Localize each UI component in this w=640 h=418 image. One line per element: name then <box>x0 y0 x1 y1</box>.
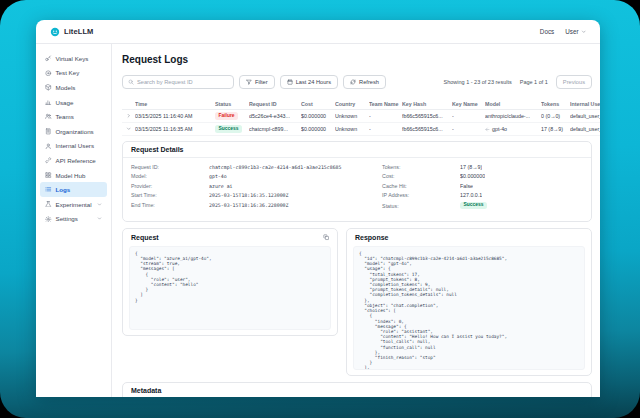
sidebar-item-label: Test Key <box>56 69 80 76</box>
status-badge: Failure <box>215 112 238 120</box>
user-menu-label: User <box>565 28 578 35</box>
refresh-button[interactable]: Refresh <box>343 75 386 89</box>
brand[interactable]: LiteLLM <box>50 27 93 37</box>
time-range-button[interactable]: Last 24 Hours <box>280 75 338 89</box>
chevron-down-icon <box>581 29 587 35</box>
sidebar-item-organizations[interactable]: Organizations <box>40 124 107 139</box>
sidebar-item-logs[interactable]: Logs <box>40 182 107 197</box>
chevron-down-icon <box>126 126 132 132</box>
request-panel: Request { "model": "azure_ai/gpt-4o", "s… <box>122 228 338 336</box>
bar-chart-icon <box>45 99 52 106</box>
chevron-right-icon <box>126 113 132 119</box>
sidebar-item-label: Organizations <box>56 128 94 135</box>
cell-team-name: - <box>369 113 402 119</box>
column-header-model: Model <box>485 101 541 107</box>
sidebar-item-settings[interactable]: Settings <box>40 212 107 227</box>
app-window: LiteLLM Docs User Virtual Keys Test Key <box>36 20 600 397</box>
expand-row-button[interactable] <box>122 113 135 119</box>
user-menu[interactable]: User <box>565 28 586 35</box>
sidebar-item-internal-users[interactable]: Internal Users <box>40 139 107 154</box>
cell-internal-user: default_user_id <box>570 126 600 132</box>
status-badge: Success <box>215 125 242 133</box>
link-icon <box>45 157 52 164</box>
field-label: Provider: <box>131 183 209 189</box>
cell-cost: $0.000000 <box>301 126 335 132</box>
request-json-box[interactable]: { "model": "azure_ai/gpt-4o", "stream": … <box>129 246 331 330</box>
sidebar-item-label: Teams <box>56 113 74 120</box>
expanded-log-detail: Request Details Request ID:chatcmpl-c899… <box>122 141 592 397</box>
column-header-status: Status <box>215 101 249 107</box>
key-icon <box>45 55 52 62</box>
request-details-title: Request Details <box>123 142 591 158</box>
sidebar-item-test-key[interactable]: Test Key <box>40 66 107 81</box>
sidebar-item-label: API Reference <box>56 157 96 164</box>
metadata-title: Metadata <box>123 383 591 397</box>
cell-time: 03/15/2025 11:16:40 AM <box>135 113 215 119</box>
column-header-key-hash: Key Hash <box>402 101 452 107</box>
detail-ip-address: 127.0.0.1 <box>460 192 482 198</box>
sidebar-item-model-hub[interactable]: Model Hub <box>40 168 107 183</box>
cell-key-name: - <box>452 113 485 119</box>
sidebar-item-api-reference[interactable]: API Reference <box>40 153 107 168</box>
filter-button[interactable]: Filter <box>239 75 275 89</box>
cell-cost: $0.000000 <box>301 113 335 119</box>
field-label: Status: <box>382 203 460 209</box>
response-json-box[interactable]: { "id": "chatcmpl-c899c1b3-ca2e-4214-a6d… <box>353 246 585 370</box>
gear-icon <box>45 216 52 223</box>
refresh-button-label: Refresh <box>359 79 379 85</box>
table-row-expanded[interactable]: 03/15/2025 11:16:35 AM Success chatcmpl-… <box>122 123 600 136</box>
field-label: Model: <box>131 173 209 179</box>
search-icon <box>128 79 134 85</box>
model-name: gpt-4o <box>492 126 507 132</box>
field-label: Cost: <box>382 173 460 179</box>
sidebar-item-usage[interactable]: Usage <box>40 95 107 110</box>
collapse-row-button[interactable] <box>122 126 135 132</box>
person-icon <box>45 143 52 150</box>
detail-cache-hit: False <box>460 183 473 189</box>
search-input[interactable] <box>137 79 228 85</box>
chevron-down-icon <box>97 216 102 221</box>
cell-key-hash: fb66c565915c6... <box>402 113 452 119</box>
response-panel-title: Response <box>355 234 388 241</box>
field-label: Start Time: <box>131 192 209 198</box>
cell-country: Unknown <box>335 126 369 132</box>
copy-request-button[interactable] <box>323 234 330 241</box>
copy-icon <box>323 234 330 241</box>
cell-internal-user: default_user_id <box>570 113 600 119</box>
column-header-time: Time <box>135 101 215 107</box>
cell-request-id: chatcmpl-c899... <box>249 126 301 132</box>
sidebar-item-label: Settings <box>56 215 78 222</box>
sidebar-item-label: Virtual Keys <box>56 55 89 62</box>
cell-country: Unknown <box>335 113 369 119</box>
sidebar-item-label: Experimental <box>56 201 92 208</box>
cell-time: 03/15/2025 11:16:35 AM <box>135 126 215 132</box>
search-box[interactable] <box>122 75 234 89</box>
sidebar-item-models[interactable]: Models <box>40 80 107 95</box>
docs-link[interactable]: Docs <box>540 28 554 35</box>
cell-team-name: - <box>369 126 402 132</box>
sidebar-item-label: Internal Users <box>56 142 95 149</box>
column-header-tokens: Tokens <box>541 101 570 107</box>
sidebar-item-label: Model Hub <box>56 172 86 179</box>
detail-status-badge: Success <box>460 202 487 210</box>
sidebar-item-virtual-keys[interactable]: Virtual Keys <box>40 51 107 66</box>
table-header-row: Time Status Request ID Cost Country Team… <box>122 98 600 110</box>
metadata-card: Metadata <box>122 382 592 397</box>
toolbar: Filter Last 24 Hours Refresh Showing 1 -… <box>122 75 592 89</box>
column-header-request-id: Request ID <box>249 101 301 107</box>
litellm-logo-icon <box>50 27 60 37</box>
grid-icon <box>45 172 52 179</box>
cell-key-hash: fb66c565915c6... <box>402 126 452 132</box>
sidebar-item-experimental[interactable]: Experimental <box>40 197 107 212</box>
sidebar-item-teams[interactable]: Teams <box>40 109 107 124</box>
request-json: { "model": "azure_ai/gpt-4o", "stream": … <box>135 251 325 303</box>
cell-key-name: - <box>452 126 485 132</box>
app-header: LiteLLM Docs User <box>36 20 600 44</box>
field-label: End Time: <box>131 202 209 208</box>
field-label: Tokens: <box>382 164 460 170</box>
field-label: Cache Hit: <box>382 183 460 189</box>
request-details-card: Request Details Request ID:chatcmpl-c899… <box>122 141 592 222</box>
previous-page-button[interactable]: Previous <box>556 75 592 89</box>
table-row[interactable]: 03/15/2025 11:16:40 AM Failure d5c26ce4-… <box>122 110 600 123</box>
column-header-country: Country <box>335 101 369 107</box>
